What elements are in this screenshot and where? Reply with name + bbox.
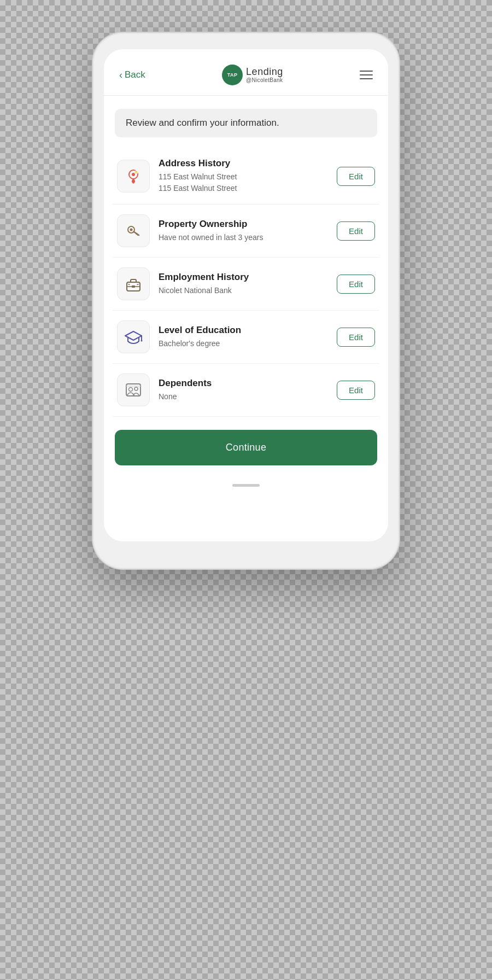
- employment-history-section: Employment History Nicolet National Bank…: [113, 258, 379, 311]
- svg-point-18: [129, 388, 133, 392]
- svg-point-5: [130, 229, 133, 231]
- svg-point-16: [141, 340, 143, 342]
- menu-line-icon: [360, 78, 373, 79]
- location-pin-icon: ★: [125, 167, 142, 185]
- dependents-section: Dependents None Edit: [113, 364, 379, 417]
- address-history-section: ★ Address History 115 East Walnut Street…: [113, 148, 379, 205]
- education-edit-button[interactable]: Edit: [337, 328, 375, 347]
- address-history-content: Address History 115 East Walnut Street11…: [159, 158, 328, 194]
- menu-line-icon: [360, 71, 373, 72]
- tap-logo-icon: TAP: [222, 65, 243, 85]
- dependents-content: Dependents None: [159, 378, 328, 402]
- header: ‹ Back TAP Lending @NicoletBank: [104, 49, 388, 96]
- back-button[interactable]: ‹ Back: [119, 69, 145, 81]
- svg-rect-11: [132, 285, 135, 288]
- logo-bank: @NicoletBank: [246, 77, 283, 83]
- sections-container: ★ Address History 115 East Walnut Street…: [104, 148, 388, 417]
- education-title: Level of Education: [159, 325, 328, 336]
- logo-lending: Lending: [246, 67, 283, 78]
- address-history-edit-button[interactable]: Edit: [337, 167, 375, 186]
- employment-history-content: Employment History Nicolet National Bank: [159, 272, 328, 296]
- education-detail: Bachelor's degree: [159, 338, 328, 349]
- employment-history-detail: Nicolet National Bank: [159, 285, 328, 296]
- briefcase-icon: [124, 275, 143, 293]
- address-history-detail: 115 East Walnut Street115 East Walnut St…: [159, 171, 328, 194]
- continue-area: Continue: [104, 417, 388, 476]
- phone-frame: ‹ Back TAP Lending @NicoletBank Review a: [93, 33, 399, 569]
- svg-text:★: ★: [135, 171, 137, 174]
- continue-button[interactable]: Continue: [115, 430, 377, 465]
- phone-screen: ‹ Back TAP Lending @NicoletBank Review a: [104, 49, 388, 541]
- property-ownership-section: Property Ownership Have not owned in las…: [113, 205, 379, 258]
- back-label: Back: [125, 69, 145, 80]
- employment-history-title: Employment History: [159, 272, 328, 283]
- menu-button[interactable]: [360, 71, 373, 79]
- property-ownership-content: Property Ownership Have not owned in las…: [159, 219, 328, 243]
- graduation-cap-icon: [124, 328, 143, 346]
- dependents-edit-button[interactable]: Edit: [337, 381, 375, 400]
- keys-icon: [125, 222, 142, 240]
- property-ownership-edit-button[interactable]: Edit: [337, 221, 375, 241]
- back-arrow-icon: ‹: [119, 69, 122, 81]
- home-indicator: [104, 476, 388, 489]
- property-ownership-title: Property Ownership: [159, 219, 328, 230]
- education-content: Level of Education Bachelor's degree: [159, 325, 328, 349]
- education-icon-box: [117, 320, 150, 353]
- logo-text: Lending @NicoletBank: [246, 67, 283, 84]
- family-icon: [124, 381, 143, 399]
- address-history-icon-box: ★: [117, 160, 150, 192]
- address-history-title: Address History: [159, 158, 328, 169]
- svg-point-19: [134, 387, 138, 390]
- employment-history-edit-button[interactable]: Edit: [337, 275, 375, 294]
- home-bar-icon: [232, 484, 260, 487]
- logo: TAP Lending @NicoletBank: [222, 65, 283, 85]
- review-banner: Review and confirm your information.: [115, 109, 377, 137]
- employment-history-icon-box: [117, 267, 150, 300]
- menu-line-icon: [360, 74, 373, 75]
- dependents-icon-box: [117, 374, 150, 406]
- property-ownership-icon-box: [117, 214, 150, 247]
- dependents-detail: None: [159, 391, 328, 402]
- property-ownership-detail: Have not owned in last 3 years: [159, 232, 328, 243]
- review-banner-text: Review and confirm your information.: [126, 118, 279, 128]
- education-section: Level of Education Bachelor's degree Edi…: [113, 311, 379, 364]
- dependents-title: Dependents: [159, 378, 328, 389]
